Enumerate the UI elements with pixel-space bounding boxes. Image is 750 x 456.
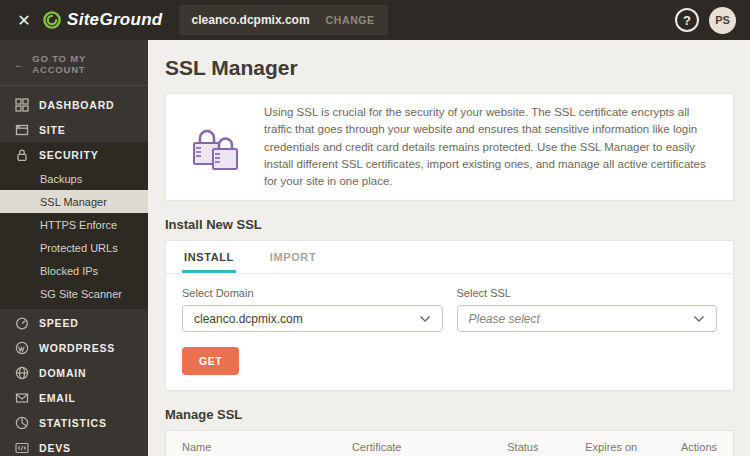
column-header-certificate: Certificate: [336, 431, 491, 456]
sidebar-item-label: SECURITY: [39, 149, 99, 161]
sidebar-item-email[interactable]: EMAIL: [0, 385, 148, 410]
sidebar-divider: [0, 85, 148, 86]
avatar[interactable]: PS: [709, 7, 736, 34]
envelope-icon: [14, 391, 29, 405]
pie-chart-icon: [14, 416, 29, 430]
sidebar-item-site[interactable]: SITE: [0, 117, 148, 142]
chevron-down-icon: [419, 315, 431, 323]
sidebar-subitem-https-enforce[interactable]: HTTPS Enforce: [0, 213, 148, 236]
tab-import[interactable]: IMPORT: [268, 241, 318, 273]
sidebar-item-statistics[interactable]: STATISTICS: [0, 410, 148, 435]
change-domain-button[interactable]: CHANGE: [326, 14, 375, 26]
sidebar-item-wordpress[interactable]: WORDPRESS: [0, 335, 148, 360]
brand-name: SiteGround: [67, 10, 163, 30]
column-header-name: Name: [166, 431, 336, 456]
siteground-logo[interactable]: SiteGround: [42, 10, 163, 30]
sidebar-item-label: SPEED: [39, 317, 79, 329]
select-ssl-field: Select SSL Please select: [457, 287, 718, 332]
sidebar-item-domain[interactable]: DOMAIN: [0, 360, 148, 385]
ssl-intro-card: Using SSL is crucial for the security of…: [165, 93, 734, 201]
help-icon[interactable]: ?: [675, 8, 699, 32]
sidebar-subitem-blocked-ips[interactable]: Blocked IPs: [0, 259, 148, 282]
column-header-expires: Expires on: [569, 431, 665, 456]
dashboard-icon: [14, 98, 29, 112]
back-arrow-icon: ←: [14, 59, 24, 70]
ssl-intro-text: Using SSL is crucial for the security of…: [264, 104, 717, 190]
column-header-actions: Actions: [665, 431, 733, 456]
sidebar-item-label: SITE: [39, 124, 66, 136]
sidebar-item-label: STATISTICS: [39, 417, 107, 429]
ssl-table: Name Certificate Status Expires on Actio…: [166, 431, 733, 456]
globe-icon: [14, 366, 29, 380]
back-link-label: GO TO MY ACCOUNT: [32, 53, 134, 75]
select-ssl-dropdown[interactable]: Please select: [457, 305, 718, 332]
main-content: SSL Manager Using SSL is crucial for the…: [148, 40, 750, 456]
table-header-row: Name Certificate Status Expires on Actio…: [166, 431, 733, 456]
security-section: SECURITY Backups SSL Manager HTTPS Enfor…: [0, 142, 148, 309]
select-domain-field: Select Domain cleanco.dcpmix.com: [182, 287, 443, 332]
select-domain-label: Select Domain: [182, 287, 443, 299]
code-icon: [14, 441, 29, 455]
get-button[interactable]: GET: [182, 347, 239, 375]
sidebar: ← GO TO MY ACCOUNT DASHBOARD SITE: [0, 40, 148, 456]
sidebar-item-dashboard[interactable]: DASHBOARD: [0, 92, 148, 117]
select-domain-value: cleanco.dcpmix.com: [194, 312, 303, 326]
sidebar-subitem-backups[interactable]: Backups: [0, 167, 148, 190]
column-header-status: Status: [491, 431, 569, 456]
install-tabs: INSTALL IMPORT: [166, 241, 733, 274]
lock-icon: [14, 148, 29, 162]
manage-ssl-card: Name Certificate Status Expires on Actio…: [165, 430, 734, 456]
select-ssl-label: Select SSL: [457, 287, 718, 299]
sidebar-item-label: EMAIL: [39, 392, 76, 404]
sidebar-item-devs[interactable]: DEVS: [0, 435, 148, 456]
sidebar-item-label: DASHBOARD: [39, 99, 114, 111]
current-domain-box: cleanco.dcpmix.com CHANGE: [179, 5, 388, 35]
sidebar-item-speed[interactable]: SPEED: [0, 310, 148, 335]
page-title: SSL Manager: [165, 56, 734, 80]
install-new-ssl-heading: Install New SSL: [165, 217, 734, 232]
sidebar-subitem-protected-urls[interactable]: Protected URLs: [0, 236, 148, 259]
siteground-logo-icon: [42, 10, 62, 30]
topbar: ✕ SiteGround cleanco.dcpmix.com CHANGE ?…: [0, 0, 750, 40]
sidebar-item-label: WORDPRESS: [39, 342, 115, 354]
manage-ssl-heading: Manage SSL: [165, 407, 734, 422]
sidebar-subitem-sg-site-scanner[interactable]: SG Site Scanner: [0, 282, 148, 305]
select-ssl-placeholder: Please select: [469, 312, 540, 326]
close-icon[interactable]: ✕: [12, 8, 36, 32]
sidebar-item-label: DOMAIN: [39, 367, 86, 379]
speed-icon: [14, 316, 29, 330]
select-domain-dropdown[interactable]: cleanco.dcpmix.com: [182, 305, 443, 332]
padlocks-icon: [174, 123, 264, 171]
sidebar-item-label: DEVS: [39, 442, 71, 454]
sidebar-subitem-ssl-manager[interactable]: SSL Manager: [0, 190, 148, 213]
wordpress-icon: [14, 341, 29, 355]
go-to-my-account-link[interactable]: ← GO TO MY ACCOUNT: [0, 40, 148, 85]
install-ssl-card: INSTALL IMPORT Select Domain cleanco.dcp…: [165, 240, 734, 391]
current-domain-label: cleanco.dcpmix.com: [192, 13, 310, 27]
sidebar-item-security[interactable]: SECURITY: [0, 142, 148, 167]
chevron-down-icon: [693, 315, 705, 323]
site-icon: [14, 123, 29, 137]
tab-install[interactable]: INSTALL: [182, 241, 236, 273]
